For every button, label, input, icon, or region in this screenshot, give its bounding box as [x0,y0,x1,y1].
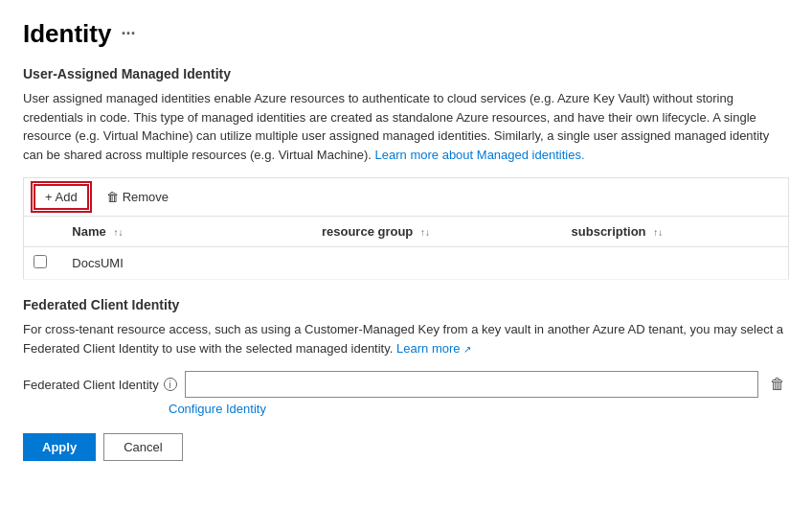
identity-toolbar: + Add 🗑 Remove [23,177,789,216]
federated-field-label: Federated Client Identity i [23,378,177,392]
federated-trash-icon: 🗑 [770,376,785,393]
federated-delete-button[interactable]: 🗑 [766,372,789,397]
row-checkbox-cell[interactable] [24,247,63,280]
federated-learn-more-link[interactable]: Learn more ↗ [396,341,471,356]
rg-sort-icon[interactable]: ↑↓ [420,227,430,238]
col-header-resource-group[interactable]: resource group ↑↓ [312,217,562,247]
configure-link-wrapper: Configure Identity [169,402,789,416]
row-subscription-cell [562,247,789,280]
cancel-button[interactable]: Cancel [103,433,182,461]
trash-icon: 🗑 [106,190,119,204]
user-assigned-section-title: User-Assigned Managed Identity [23,66,789,81]
name-sort-icon[interactable]: ↑↓ [113,227,123,238]
row-checkbox[interactable] [34,255,47,268]
user-assigned-description: User assigned managed identities enable … [23,89,789,164]
federated-client-identity-input[interactable] [185,371,758,398]
table-row: DocsUMI [24,247,789,280]
row-resource-group-cell [312,247,562,280]
col-header-checkbox [24,217,63,247]
external-link-icon: ↗ [463,344,471,355]
configure-identity-link[interactable]: Configure Identity [169,402,266,416]
learn-more-managed-identities-link[interactable]: Learn more about Managed identities. [375,148,585,162]
table-header-row: Name ↑↓ resource group ↑↓ subscription ↑… [24,217,789,247]
sub-sort-icon[interactable]: ↑↓ [653,227,663,238]
row-name-cell: DocsUMI [62,247,312,280]
col-header-name[interactable]: Name ↑↓ [62,217,312,247]
federated-description: For cross-tenant resource access, such a… [23,320,789,357]
add-button[interactable]: + Add [34,184,89,210]
federated-input-row: Federated Client Identity i 🗑 [23,371,789,398]
footer-buttons: Apply Cancel [23,433,789,461]
page-header: Identity ··· [23,19,789,49]
col-header-subscription[interactable]: subscription ↑↓ [562,217,789,247]
identity-table: Name ↑↓ resource group ↑↓ subscription ↑… [23,216,789,280]
federated-section: Federated Client Identity For cross-tena… [23,297,789,416]
federated-section-title: Federated Client Identity [23,297,789,312]
page-title: Identity [23,19,111,49]
info-icon[interactable]: i [164,378,177,391]
remove-button[interactable]: 🗑 Remove [97,186,178,208]
ellipsis-menu-icon[interactable]: ··· [121,24,135,44]
apply-button[interactable]: Apply [23,433,96,461]
